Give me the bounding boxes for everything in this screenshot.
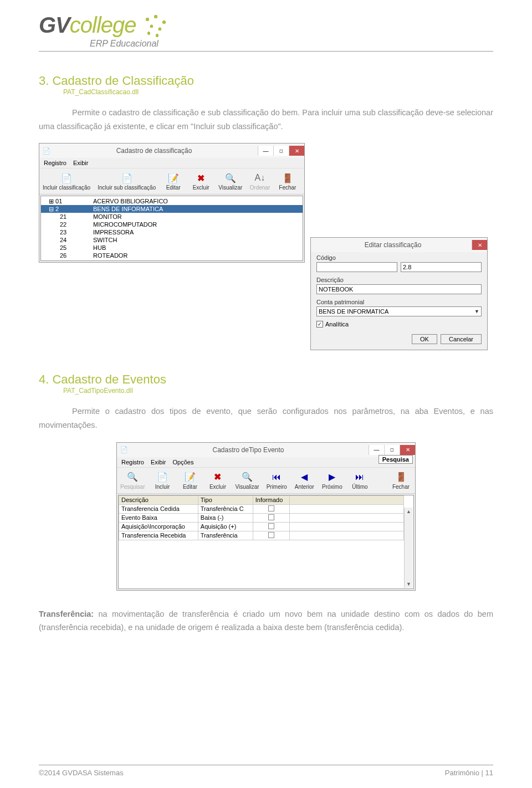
doc-pencil-icon: 📝 xyxy=(184,471,196,483)
tool-excluir[interactable]: ✖ Excluir xyxy=(187,171,215,192)
tree-code: 26 xyxy=(43,252,93,259)
cell-informado[interactable] xyxy=(253,531,290,540)
transfer-paragraph: Transferência: na movimentação de transf… xyxy=(39,607,493,635)
menu-registro[interactable]: Registro xyxy=(121,459,144,465)
mag-icon: 🔍 xyxy=(224,172,237,184)
tool-editar[interactable]: 📝 Editar xyxy=(176,470,204,491)
tool-fechar[interactable]: 🚪 Fechar xyxy=(387,470,415,491)
tool-incluir-classifica-o[interactable]: 📄 Incluir classificação xyxy=(39,171,94,192)
column-header[interactable]: Descrição xyxy=(119,495,198,504)
column-header[interactable]: Tipo xyxy=(198,495,253,504)
column-header[interactable]: Informado xyxy=(253,495,290,504)
tool-anterior[interactable]: Anterior xyxy=(291,470,319,491)
tool-fechar[interactable]: 🚪 Fechar xyxy=(274,171,301,192)
checkbox-icon xyxy=(268,532,274,538)
tree-desc: SWITCH xyxy=(93,236,300,244)
tree-code: 22 xyxy=(43,221,93,228)
table-row[interactable]: Evento Baixa Baixa (-) xyxy=(119,513,404,522)
mag-icon: 🔍 xyxy=(126,471,139,483)
minimize-button[interactable] xyxy=(369,445,384,455)
tool-label: Excluir xyxy=(209,484,226,490)
tool-incluir-sub-classifica-o[interactable]: 📄 Incluir sub classificação xyxy=(94,171,160,192)
scrollbar[interactable]: ▲▼ xyxy=(404,508,413,588)
descricao-input[interactable] xyxy=(316,284,482,294)
menu-registro[interactable]: Registro xyxy=(44,160,66,166)
chevron-down-icon: ▼ xyxy=(474,309,479,314)
header-divider xyxy=(39,51,493,52)
first-icon xyxy=(270,471,283,483)
cell-informado[interactable] xyxy=(253,504,290,513)
prev-icon xyxy=(298,471,310,483)
next-icon xyxy=(326,471,338,483)
menu-exibir[interactable]: Exibir xyxy=(151,459,166,465)
tool-label: Anterior xyxy=(295,484,314,490)
tree-row[interactable]: ⊟ 2 BENS DE INFORMATICA xyxy=(41,205,303,213)
tool-label: Pesquisar xyxy=(120,484,145,490)
ok-button[interactable]: OK xyxy=(412,334,437,344)
section-3-paragraph: Permite o cadastro de classificação e su… xyxy=(39,106,493,133)
tree-desc: HUB xyxy=(93,244,300,252)
analitica-checkbox[interactable]: ✓ xyxy=(316,321,323,328)
tree-code: ⊟ 2 xyxy=(43,205,93,213)
tree-desc: BENS DE INFORMATICA xyxy=(93,205,300,213)
maximize-button[interactable] xyxy=(384,445,400,455)
tree-row[interactable]: 21 MONITOR xyxy=(41,213,303,221)
dialog-title: Editar classificação xyxy=(314,241,472,249)
tree-row[interactable]: 25 HUB xyxy=(41,244,303,252)
tool-pr-ximo[interactable]: Próximo xyxy=(319,470,346,491)
tree-code: 21 xyxy=(43,213,93,221)
table-row[interactable]: Aquisição\Incorporação Aquisição (+) xyxy=(119,522,404,531)
tool-label: Ordenar xyxy=(250,185,270,191)
table-row[interactable]: Transferencia Recebida Transferência xyxy=(119,531,404,540)
tree-code: 25 xyxy=(43,244,93,252)
tree-code: ⊞ 01 xyxy=(43,197,93,205)
tree-row[interactable]: ⊞ 01 ACERVO BIBLIOGRAFICO xyxy=(41,197,303,205)
menu-opcoes[interactable]: Opções xyxy=(172,459,193,465)
analitica-label: Analítica xyxy=(325,321,349,328)
maximize-button[interactable] xyxy=(273,146,289,156)
tree-row[interactable]: 26 ROTEADOR xyxy=(41,252,303,259)
tool-label: Incluir sub classificação xyxy=(98,185,156,191)
evento-table[interactable]: DescriçãoTipoInformado Transferencia Ced… xyxy=(119,495,404,540)
tree-row[interactable]: 24 SWITCH xyxy=(41,236,303,244)
close-button[interactable] xyxy=(400,445,415,455)
toolbar: 📄 Incluir classificação 📄 Incluir sub cl… xyxy=(39,168,304,195)
section-4-subtitle: PAT_CadTipoEvento.dll xyxy=(63,387,493,395)
tool-visualizar[interactable]: 🔍 Visualizar xyxy=(232,470,263,491)
tool-label: Primeiro xyxy=(267,484,287,490)
checkbox-icon xyxy=(268,514,274,520)
logo-tagline: ERP Educacional xyxy=(90,39,493,49)
tool-incluir[interactable]: 📄 Incluir xyxy=(149,470,176,491)
door-icon: 🚪 xyxy=(282,172,294,184)
tool-excluir[interactable]: ✖ Excluir xyxy=(204,470,232,491)
cell-informado[interactable] xyxy=(253,513,290,522)
x-icon: ✖ xyxy=(195,172,207,184)
cell-informado[interactable] xyxy=(253,522,290,531)
tool-primeiro[interactable]: Primeiro xyxy=(263,470,291,491)
doc-icon: 📄 xyxy=(60,172,73,184)
window-cadastro-classificacao: 📄 Cadastro de classificação Registro Exi… xyxy=(39,143,305,263)
checkbox-icon xyxy=(268,523,274,529)
tool-label: Incluir classificação xyxy=(43,185,90,191)
table-row[interactable]: Transferencia Cedida Transferência C xyxy=(119,504,404,513)
classification-tree[interactable]: ⊞ 01 ACERVO BIBLIOGRAFICO ⊟ 2 BENS DE IN… xyxy=(40,196,303,261)
cancel-button[interactable]: Cancelar xyxy=(441,334,482,344)
section-4-paragraph: Permite o cadastro dos tipos de evento, … xyxy=(39,405,493,432)
codigo-input-2[interactable] xyxy=(401,262,482,272)
tree-code: 23 xyxy=(43,228,93,236)
pesquisa-tab[interactable]: Pesquisa xyxy=(378,455,413,464)
close-button[interactable] xyxy=(472,240,487,250)
tool-visualizar[interactable]: 🔍 Visualizar xyxy=(215,171,246,192)
tree-desc: MONITOR xyxy=(93,213,300,221)
tree-desc: ROTEADOR xyxy=(93,252,300,259)
tool--ltimo[interactable]: Último xyxy=(346,470,374,491)
tree-row[interactable]: 23 IMPRESSORA xyxy=(41,228,303,236)
minimize-button[interactable] xyxy=(258,146,273,156)
tree-row[interactable]: 22 MICROCOMPUTADOR xyxy=(41,221,303,228)
tool-label: Último xyxy=(352,484,367,490)
menu-exibir[interactable]: Exibir xyxy=(73,160,89,166)
close-button[interactable] xyxy=(289,146,304,156)
conta-combo[interactable]: BENS DE INFORMATICA ▼ xyxy=(316,306,482,316)
tool-editar[interactable]: 📝 Editar xyxy=(160,171,187,192)
codigo-input-1[interactable] xyxy=(316,262,397,272)
